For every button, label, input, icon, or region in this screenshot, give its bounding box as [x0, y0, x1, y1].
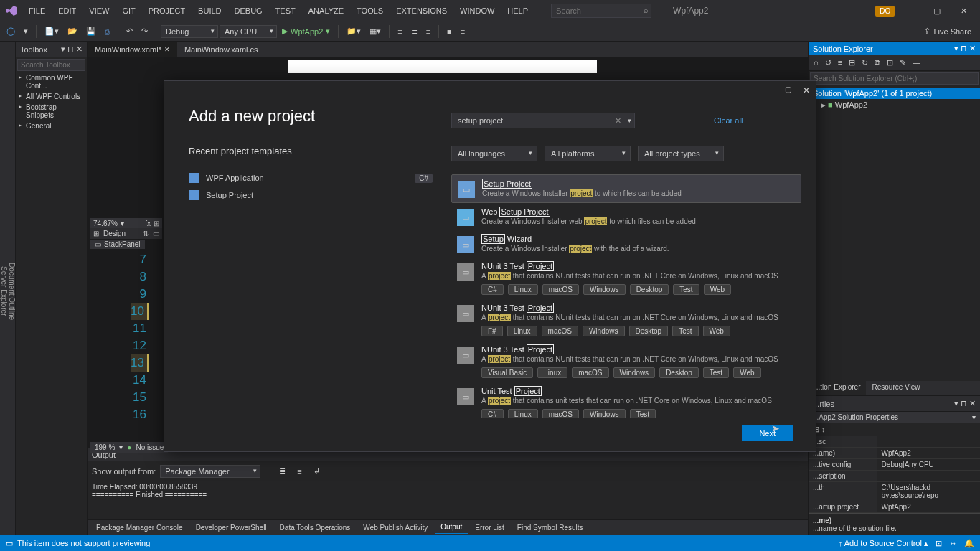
dialog-maximize-button[interactable]: ▢: [785, 85, 791, 93]
bottom-tab-web-publish-activity[interactable]: Web Publish Activity: [357, 522, 433, 534]
undo-button[interactable]: ↶: [123, 24, 136, 38]
template-result-item[interactable]: ▭NUnit 3 Test ProjectA project that cont…: [451, 341, 801, 382]
menu-debug[interactable]: DEBUG: [229, 4, 268, 18]
template-result-item[interactable]: ▭Unit Test ProjectA project that contain…: [451, 382, 801, 418]
rail-server-explorer[interactable]: Server Explorer: [0, 52, 8, 531]
designer-zoom-bar[interactable]: 74.67%▾fx⊞: [90, 218, 162, 229]
property-row[interactable]: ...sc: [809, 436, 980, 448]
menu-build[interactable]: BUILD: [192, 4, 227, 18]
template-search-input[interactable]: setup project: [458, 116, 503, 125]
navigate-back-button[interactable]: ◯: [3, 24, 19, 38]
design-canvas[interactable]: [288, 60, 597, 73]
panel-dropdown-icon[interactable]: ▾: [61, 44, 65, 54]
status-icon-2[interactable]: ↔: [949, 539, 957, 547]
next-button[interactable]: Next: [742, 425, 793, 441]
template-result-item[interactable]: ▭Setup ProjectCreate a Windows Installer…: [451, 174, 801, 203]
menu-file[interactable]: FILE: [23, 4, 51, 18]
menu-project[interactable]: PROJECT: [143, 4, 191, 18]
close-button[interactable]: ✕: [953, 2, 974, 20]
open-button[interactable]: 📂: [64, 24, 81, 38]
status-icon-1[interactable]: ⊡: [936, 539, 942, 548]
toolbar-icon-4[interactable]: ≣: [407, 24, 421, 38]
output-wrap-icon[interactable]: ↲: [310, 464, 324, 478]
bottom-tab-package-manager-console[interactable]: Package Manager Console: [90, 522, 189, 534]
solution-root-node[interactable]: Solution 'WpfApp2' (1 of 1 project): [809, 88, 980, 99]
platform-filter[interactable]: All platforms: [545, 146, 631, 161]
menu-view[interactable]: VIEW: [83, 4, 115, 18]
toolbar-icon-1[interactable]: 📁▾: [343, 24, 364, 38]
template-result-item[interactable]: ▭Web Setup ProjectCreate a Windows Insta…: [451, 203, 801, 230]
resource-view-tab[interactable]: Resource View: [866, 381, 925, 395]
panel-pin-icon[interactable]: ⊓: [67, 44, 74, 54]
home-icon[interactable]: ⌂: [811, 57, 821, 68]
panel-close-icon[interactable]: ✕: [76, 44, 83, 54]
navigate-forward-button[interactable]: ▾: [20, 24, 32, 38]
bottom-tab-output[interactable]: Output: [435, 521, 468, 534]
output-clear-icon[interactable]: ≣: [275, 464, 289, 478]
source-control-button[interactable]: ↑ Add to Source Control ▴: [839, 539, 928, 548]
clear-all-link[interactable]: Clear all: [714, 116, 743, 125]
save-all-button[interactable]: ⎙: [101, 25, 113, 38]
maximize-button[interactable]: ▢: [926, 2, 948, 20]
solution-search-input[interactable]: [810, 72, 979, 85]
save-button[interactable]: 💾: [83, 24, 100, 38]
toolbar-icon-5[interactable]: ≡: [423, 25, 434, 38]
toolbox-item[interactable]: Common WPF Cont...: [16, 72, 87, 91]
language-filter[interactable]: All languages: [451, 146, 537, 161]
menu-window[interactable]: WINDOW: [454, 4, 500, 18]
toolbar-icon-3[interactable]: ≡: [394, 25, 405, 38]
menu-help[interactable]: HELP: [501, 4, 534, 18]
toolbox-item[interactable]: General: [16, 121, 87, 131]
stackpanel-breadcrumb[interactable]: ▭StackPanel: [90, 240, 145, 249]
live-share-button[interactable]: ⇪ Live Share: [924, 27, 977, 36]
property-row[interactable]: ...tive configDebug|Any CPU: [809, 459, 980, 471]
bottom-tab-error-list[interactable]: Error List: [469, 522, 510, 534]
titlebar-search-input[interactable]: [551, 4, 651, 18]
search-icon[interactable]: ⌕: [644, 6, 649, 14]
config-dropdown[interactable]: Debug: [161, 25, 218, 38]
output-toggle-icon[interactable]: ≡: [293, 465, 305, 478]
editor-tab[interactable]: MainWindow.xaml*✕: [88, 42, 177, 57]
sync-icon[interactable]: ↺: [823, 57, 834, 68]
recent-template-item[interactable]: WPF ApplicationC#: [189, 169, 433, 187]
property-row[interactable]: ...ame)WpfApp2: [809, 448, 980, 459]
properties-selected-object[interactable]: ...App2 Solution Properties▾: [809, 412, 980, 423]
notifications-icon[interactable]: 🔔: [964, 539, 974, 548]
bottom-tab-find-symbol-results[interactable]: Find Symbol Results: [512, 522, 589, 534]
menu-test[interactable]: TEST: [270, 4, 301, 18]
user-badge[interactable]: DO: [875, 6, 895, 17]
bottom-tab-developer-powershell[interactable]: Developer PowerShell: [190, 522, 273, 534]
designer-split-bar[interactable]: ⊞Design⇅▭: [90, 228, 162, 239]
properties-view-toggle[interactable]: ⊞ ↕: [809, 423, 980, 436]
editor-zoom[interactable]: 199 %: [95, 443, 115, 451]
menu-tools[interactable]: TOOLS: [351, 4, 389, 18]
bottom-tab-data-tools-operations[interactable]: Data Tools Operations: [274, 522, 357, 534]
property-row[interactable]: ...artup projectWpfApp2: [809, 501, 980, 513]
menu-git[interactable]: GIT: [116, 4, 141, 18]
toolbar-icon-6[interactable]: ■: [443, 25, 456, 38]
template-result-item[interactable]: ▭Setup WizardCreate a Windows Installer …: [451, 230, 801, 258]
recent-template-item[interactable]: Setup Project: [189, 187, 433, 204]
editor-tab[interactable]: MainWindow.xaml.cs: [177, 42, 265, 57]
toolbox-item[interactable]: All WPF Controls: [16, 91, 87, 102]
platform-dropdown[interactable]: Any CPU: [220, 25, 277, 38]
minimize-button[interactable]: ─: [900, 2, 920, 19]
rail-document-outline[interactable]: Document Outline: [8, 52, 16, 531]
toolbar-icon-7[interactable]: ≡: [457, 25, 468, 38]
project-type-filter[interactable]: All project types: [638, 146, 724, 161]
dialog-close-button[interactable]: ✕: [803, 85, 810, 95]
property-row[interactable]: ...thC:\Users\hackd bytes\source\repo: [809, 482, 980, 501]
template-result-item[interactable]: ▭NUnit 3 Test ProjectA project that cont…: [451, 299, 801, 341]
property-row[interactable]: ...scription: [809, 471, 980, 482]
redo-button[interactable]: ↷: [138, 24, 151, 38]
toolbox-search-input[interactable]: [17, 59, 85, 71]
output-source-dropdown[interactable]: Package Manager: [160, 465, 260, 478]
menu-analyze[interactable]: ANALYZE: [303, 4, 349, 18]
toolbar-icon-2[interactable]: ▦▾: [366, 24, 385, 38]
solution-explorer-tab[interactable]: ...tion Explorer: [809, 381, 866, 395]
toolbox-item[interactable]: Bootstrap Snippets: [16, 102, 87, 121]
search-dropdown-icon[interactable]: ▾: [628, 117, 631, 124]
template-result-item[interactable]: ▭NUnit 3 Test ProjectA project that cont…: [451, 258, 801, 299]
run-button[interactable]: ▶ WpfApp2 ▾: [278, 24, 334, 38]
menu-edit[interactable]: EDIT: [52, 4, 82, 18]
